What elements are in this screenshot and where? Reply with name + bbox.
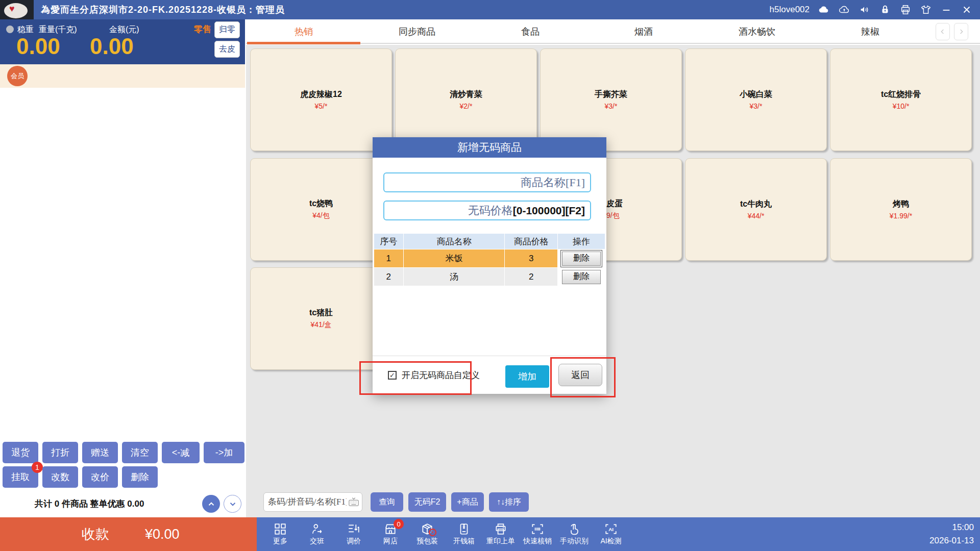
checkbox-label: 开启无码商品自定义 [402,369,480,381]
cell-price: 2 [505,268,557,286]
time-label: 15:00 [929,521,974,534]
change-price-button[interactable]: 改价 [82,466,118,488]
tab-drinks[interactable]: 酒水畅饮 [700,19,814,44]
tab-tobacco-alcohol[interactable]: 烟酒 [587,19,700,44]
reprint-printer-icon [494,522,507,536]
username-label: h5love002 [770,5,810,15]
query-button[interactable]: 查询 [371,492,403,512]
more-grid-icon [274,522,287,536]
hold-retrieve-button[interactable]: 挂取 1 [3,466,38,488]
scroll-down-button[interactable] [224,495,241,513]
quick-verify-button[interactable]: 快速核销 [519,522,556,546]
manual-identify-button[interactable]: 手动识别 [556,522,593,546]
sort-button[interactable]: ↑↓排序 [489,492,529,512]
product-card[interactable]: tc猪肚 ¥41/盒 [250,267,392,370]
checkbox-check-icon: ✓ [388,371,397,380]
discount-button[interactable]: 打折 [42,442,78,463]
heart-icon: ♥ [9,4,15,13]
ai-detect-button[interactable]: AI AI检测 [593,522,629,546]
scale-panel: 稳重 重量(千克) 金额(元) 0.00 0.00 零售 归零 去皮 [0,19,245,64]
lock-icon[interactable] [879,4,891,16]
cloud-sync-icon[interactable] [838,4,850,16]
date-label: 2026-01-13 [929,534,974,547]
delete-row-button[interactable]: 删除 [562,270,601,284]
product-name-input[interactable]: 商品名称[F1] [383,172,591,192]
table-row[interactable]: 2 汤 2 删除 [374,268,605,286]
online-shop-button[interactable]: 0 网店 [372,522,409,546]
price-adjust-button[interactable]: 调价 [335,522,372,546]
back-button[interactable]: 返回 [558,364,602,386]
nocode-product-table: 序号 商品名称 商品价格 操作 1 米饭 3 删除 2 汤 2 删除 [374,233,605,286]
table-row[interactable]: 1 米饭 3 删除 [374,249,605,267]
product-card[interactable]: 虎皮辣椒12 ¥5/* [250,48,392,151]
product-card[interactable]: tc烧鸭 ¥4/包 [250,158,392,261]
scroll-up-button[interactable] [202,495,220,513]
scan-barcode-icon [531,522,544,536]
product-card[interactable]: 烤鸭 ¥1.99/* [830,158,972,261]
cash-drawer-button[interactable]: 开钱箱 [446,522,482,546]
keyboard-icon[interactable] [348,497,359,507]
retail-mode-label: 零售 [194,23,211,35]
product-card[interactable]: 小碗白菜 ¥3/* [685,48,827,151]
change-qty-button[interactable]: 改数 [42,466,78,488]
tabs-prev-button[interactable] [936,23,950,40]
printer-icon[interactable] [899,4,912,16]
search-input[interactable] [263,492,362,512]
shift-label: 交班 [310,537,324,546]
ai-scan-icon: AI [604,522,618,536]
cake-image [4,3,28,18]
tab-food[interactable]: 食品 [474,19,587,44]
add-product-button[interactable]: +商品 [451,492,484,512]
modal-footer: ✓ 开启无码商品自定义 增加 返回 [373,356,606,394]
product-name: tc猪肚 [309,308,333,318]
minimize-icon[interactable] [940,4,952,16]
checkout-button[interactable]: 收款 ¥0.00 [0,517,257,551]
tab-sync-products[interactable]: 同步商品 [360,19,474,44]
zero-button[interactable]: 归零 [214,21,240,38]
theme-shirt-icon[interactable] [920,4,932,16]
gift-button[interactable]: 赠送 [82,442,118,463]
volume-icon[interactable] [859,4,871,16]
product-price-input[interactable]: 无码价格 [0-100000][F2] [383,201,591,220]
tab-hot-sale[interactable]: 热销 [247,19,360,44]
shift-person-icon [310,522,324,536]
member-button[interactable]: 会员 [7,66,28,86]
checkout-amount: ¥0.00 [145,527,180,542]
tare-button[interactable]: 去皮 [214,41,240,58]
hold-count-badge: 1 [32,462,43,473]
increase-button[interactable]: ->加 [204,442,244,463]
close-icon[interactable] [961,4,973,16]
cell-no: 2 [374,268,403,286]
delete-item-button[interactable]: 删除 [122,466,158,488]
clock-block: 15:00 2026-01-13 [929,521,980,547]
add-button[interactable]: 增加 [505,365,549,388]
nocode-f2-button[interactable]: 无码F2 [408,492,446,512]
product-price: ¥5/* [315,102,328,110]
quick-verify-label: 快速核销 [523,537,552,546]
shift-change-button[interactable]: 交班 [299,522,335,546]
more-label: 更多 [273,537,287,546]
tabs-next-button[interactable] [954,23,968,40]
clear-button[interactable]: 清空 [122,442,158,463]
bottom-toolbar: 更多 交班 调价 0 网店 × 预包装 开钱箱 重印上单 [257,517,980,551]
delete-row-button[interactable]: 删除 [562,252,601,266]
tab-chili[interactable]: 辣椒 [814,19,927,44]
refund-button[interactable]: 退货 [3,442,38,463]
price-placeholder: 无码价格 [468,203,513,218]
nocode-custom-checkbox[interactable]: ✓ 开启无码商品自定义 [388,369,480,381]
price-adjust-label: 调价 [347,537,361,546]
modal-title: 新增无码商品 [373,137,606,158]
product-card[interactable]: tc红烧排骨 ¥10/* [830,48,972,151]
product-name: 清炒青菜 [450,89,482,100]
reprint-button[interactable]: 重印上单 [482,522,519,546]
app-logo: ♥ [0,0,34,19]
product-card[interactable]: 清炒青菜 ¥2/* [395,48,537,151]
product-card[interactable]: 手撕芥菜 ¥3/* [540,48,682,151]
prepack-button[interactable]: × 预包装 [409,522,446,546]
product-card[interactable]: tc牛肉丸 ¥44/* [685,158,827,261]
cash-drawer-icon [457,522,471,536]
price-adjust-icon [347,522,360,536]
decrease-button[interactable]: <-减 [162,442,200,463]
more-button[interactable]: 更多 [262,522,299,546]
category-tabs: 热销 同步商品 食品 烟酒 酒水畅饮 辣椒 [246,19,980,44]
